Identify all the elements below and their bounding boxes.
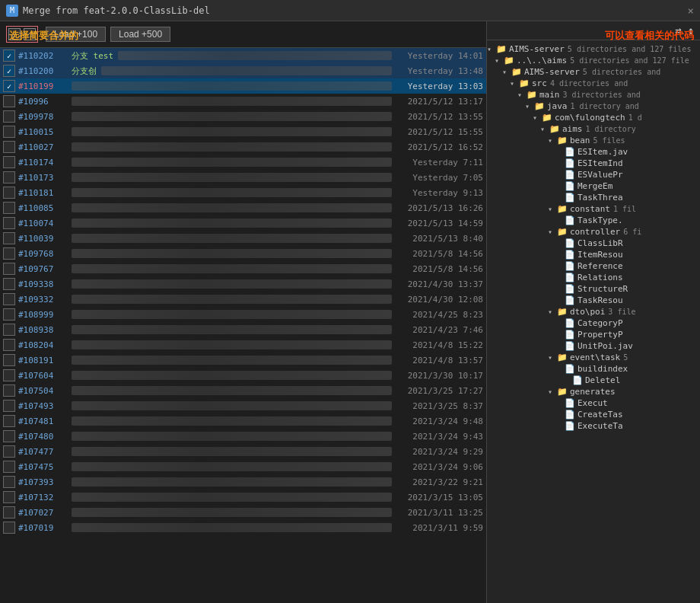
- tree-file[interactable]: 📄Reference: [487, 260, 700, 272]
- commit-row[interactable]: #1097672021/5/8 14:56: [0, 261, 486, 276]
- tree-file[interactable]: 📄TaskThrea: [487, 192, 700, 203]
- commit-checkbox[interactable]: [3, 506, 15, 518]
- commit-row[interactable]: #1100272021/5/12 16:52: [0, 139, 486, 155]
- commit-checkbox[interactable]: [3, 126, 15, 138]
- commit-row[interactable]: #1074812021/3/24 9:48: [0, 413, 486, 429]
- commit-checkbox[interactable]: [3, 80, 15, 92]
- commit-row[interactable]: #1075042021/3/25 17:27: [0, 383, 486, 398]
- commit-row[interactable]: #1081912021/4/8 13:57: [0, 353, 486, 368]
- commit-row[interactable]: #1100392021/5/13 8:40: [0, 231, 486, 246]
- commit-row[interactable]: #110200分支创Yesterday 13:48: [0, 63, 486, 78]
- commit-row[interactable]: #1074772021/3/24 9:29: [0, 444, 486, 459]
- tree-folder[interactable]: ▾📁main3 directories and: [487, 89, 700, 100]
- file-tree[interactable]: ▾📁AIMS-server5 directories and 127 files…: [487, 40, 700, 603]
- tree-file[interactable]: 📄buildindex: [487, 363, 700, 375]
- commit-checkbox[interactable]: [3, 400, 15, 412]
- tree-folder[interactable]: ▾📁dto\poi3 file: [487, 306, 700, 317]
- commit-row[interactable]: #1093322021/4/30 12:08: [0, 292, 486, 307]
- commit-row[interactable]: #1100742021/5/13 14:59: [0, 215, 486, 231]
- close-button[interactable]: ×: [688, 5, 694, 17]
- commit-checkbox[interactable]: [3, 232, 15, 244]
- tree-folder[interactable]: ▾📁java1 directory and: [487, 100, 700, 112]
- commit-row[interactable]: #110181Yesterday 9:13: [0, 185, 486, 200]
- commit-row[interactable]: #109962021/5/12 13:17: [0, 94, 486, 109]
- tree-folder[interactable]: ▾📁..\..\aims5 directories and 127 file: [487, 55, 700, 66]
- commit-checkbox[interactable]: [3, 293, 15, 305]
- commit-list[interactable]: #110202分支 testYesterday 14:01#110200分支创Y…: [0, 48, 486, 603]
- commit-row[interactable]: #1074932021/3/25 8:37: [0, 398, 486, 413]
- tree-folder[interactable]: ▾📁aims1 directory: [487, 123, 700, 135]
- load-500-button[interactable]: Load +500: [110, 27, 170, 42]
- commit-checkbox[interactable]: [3, 476, 15, 488]
- commit-checkbox[interactable]: [3, 202, 15, 214]
- commit-row[interactable]: #1089382021/4/23 7:46: [0, 322, 486, 337]
- commit-checkbox[interactable]: [3, 339, 15, 351]
- commit-row[interactable]: #110199Yesterday 13:03: [0, 78, 486, 94]
- commit-row[interactable]: #1070272021/3/11 13:25: [0, 505, 486, 520]
- commit-row[interactable]: #1076042021/3/30 10:17: [0, 368, 486, 383]
- tree-file[interactable]: 📄PropertyP: [487, 329, 700, 340]
- tree-file[interactable]: 📄ClassLibR: [487, 238, 700, 249]
- tree-folder[interactable]: ▾📁generates: [487, 386, 700, 397]
- commit-row[interactable]: #1073932021/3/22 9:21: [0, 474, 486, 490]
- tree-file[interactable]: 📄Relations: [487, 272, 700, 283]
- commit-checkbox[interactable]: [3, 522, 15, 534]
- tree-folder[interactable]: ▾📁bean5 files: [487, 135, 700, 146]
- tree-file[interactable]: 📄UnitPoi.jav: [487, 340, 700, 352]
- commit-row[interactable]: #1082042021/4/8 15:22: [0, 337, 486, 353]
- commit-checkbox[interactable]: [3, 324, 15, 336]
- tree-file[interactable]: 📄CategoryP: [487, 317, 700, 329]
- commit-row[interactable]: #1071322021/3/15 13:05: [0, 490, 486, 505]
- tree-folder[interactable]: ▾📁com\fulongtech1 d: [487, 112, 700, 123]
- commit-row[interactable]: #110202分支 testYesterday 14:01: [0, 48, 486, 63]
- tree-file[interactable]: 📄StructureR: [487, 283, 700, 295]
- tree-file[interactable]: 📄CreateTas: [487, 409, 700, 420]
- commit-row[interactable]: #1089992021/4/25 8:23: [0, 307, 486, 322]
- tree-file[interactable]: 📄TaskType.: [487, 215, 700, 226]
- commit-row[interactable]: #1093382021/4/30 13:37: [0, 276, 486, 292]
- commit-row[interactable]: #1100152021/5/12 15:55: [0, 124, 486, 139]
- commit-checkbox[interactable]: [3, 384, 15, 397]
- tree-file[interactable]: 📄TaskResou: [487, 295, 700, 306]
- commit-checkbox[interactable]: [3, 171, 15, 183]
- commit-checkbox[interactable]: [3, 247, 15, 260]
- commit-checkbox[interactable]: [3, 445, 15, 458]
- commit-checkbox[interactable]: [3, 415, 15, 427]
- tree-folder[interactable]: ▾📁AIMS-server5 directories and: [487, 66, 700, 78]
- commit-checkbox[interactable]: [3, 354, 15, 366]
- tree-folder[interactable]: ▾📁src4 directories and: [487, 78, 700, 89]
- tree-file[interactable]: 📄Deletel: [487, 375, 700, 386]
- commit-checkbox[interactable]: [3, 491, 15, 503]
- tree-file[interactable]: 📄ItemResou: [487, 249, 700, 260]
- tree-folder[interactable]: ▾📁constant1 fil: [487, 203, 700, 215]
- commit-checkbox[interactable]: [3, 263, 15, 275]
- commit-row[interactable]: #110174Yesterday 7:11: [0, 155, 486, 170]
- commit-checkbox[interactable]: [3, 110, 15, 123]
- tree-file[interactable]: 📄MergeEm: [487, 180, 700, 192]
- tree-file[interactable]: 📄Execut: [487, 397, 700, 409]
- tree-file[interactable]: 📄ESItemInd: [487, 158, 700, 169]
- commit-row[interactable]: #1070192021/3/11 9:59: [0, 520, 486, 535]
- commit-checkbox[interactable]: [3, 49, 15, 62]
- commit-checkbox[interactable]: [3, 187, 15, 199]
- commit-checkbox[interactable]: [3, 430, 15, 442]
- commit-row[interactable]: #110173Yesterday 7:05: [0, 170, 486, 185]
- commit-row[interactable]: #1100852021/5/13 16:26: [0, 200, 486, 215]
- tree-folder[interactable]: ▾📁controller6 fi: [487, 226, 700, 238]
- commit-checkbox[interactable]: [3, 369, 15, 381]
- commit-checkbox[interactable]: [3, 308, 15, 321]
- commit-checkbox[interactable]: [3, 217, 15, 229]
- commit-checkbox[interactable]: [3, 141, 15, 153]
- commit-row[interactable]: #1097682021/5/8 14:56: [0, 246, 486, 261]
- tree-folder[interactable]: ▾📁AIMS-server5 directories and 127 files: [487, 43, 700, 55]
- commit-checkbox[interactable]: [3, 156, 15, 168]
- tree-file[interactable]: 📄ExecuteTa: [487, 420, 700, 432]
- commit-checkbox[interactable]: [3, 65, 15, 77]
- tree-file[interactable]: 📄ESValuePr: [487, 169, 700, 180]
- commit-checkbox[interactable]: [3, 95, 15, 107]
- commit-row[interactable]: #1074752021/3/24 9:06: [0, 459, 486, 474]
- commit-row[interactable]: #1099782021/5/12 13:55: [0, 109, 486, 124]
- commit-checkbox[interactable]: [3, 461, 15, 473]
- commit-checkbox[interactable]: [3, 278, 15, 290]
- tree-file[interactable]: 📄ESItem.jav: [487, 146, 700, 158]
